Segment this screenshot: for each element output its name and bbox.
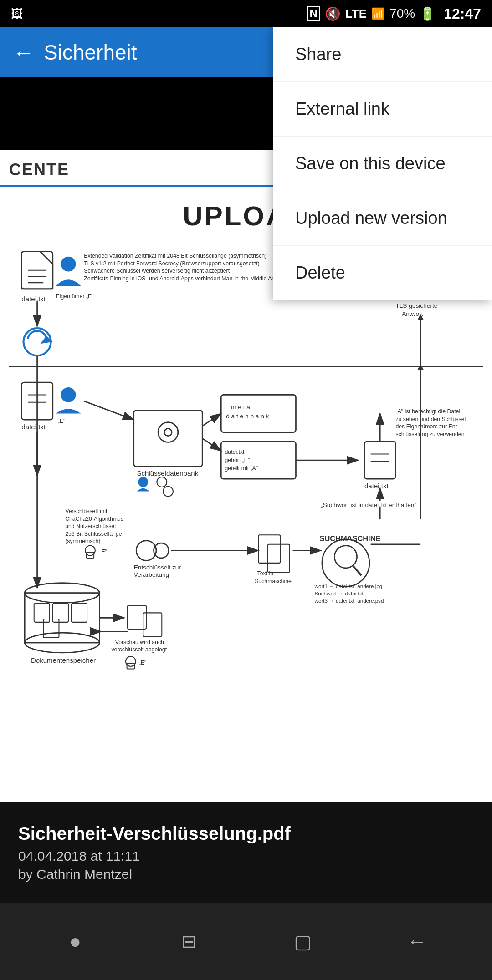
upload-version-label: Upload new version: [295, 208, 447, 228]
svg-text:ChaCha20-Algorithmus: ChaCha20-Algorithmus: [65, 516, 123, 522]
svg-text:datei.txt: datei.txt: [21, 295, 46, 303]
svg-text:TLS v1.2 mit Perfect Forward S: TLS v1.2 mit Perfect Forward Secrecy (Br…: [84, 260, 259, 267]
doc-filename: Sicherheit-Verschlüsselung.pdf: [18, 823, 474, 844]
doc-author: by Cathrin Mentzel: [18, 867, 474, 882]
svg-text:Suchmaschine: Suchmaschine: [255, 578, 292, 584]
bottom-navigation: ● ⊟ ▢ ←: [0, 903, 492, 980]
svg-point-77: [334, 546, 357, 568]
svg-text:Vorschau wird auch: Vorschau wird auch: [115, 639, 164, 645]
doc-info-bar: Sicherheit-Verschlüsselung.pdf 04.04.201…: [0, 802, 492, 903]
svg-text:Zertifikats-Pinning in iOS- un: Zertifikats-Pinning in iOS- und Android-…: [84, 275, 287, 282]
svg-text:Entschlüsselt zur: Entschlüsselt zur: [134, 564, 181, 571]
nav-square-button[interactable]: ▢: [285, 923, 321, 960]
signal-icon: 📶: [371, 7, 385, 20]
nav-home-button[interactable]: ●: [57, 923, 93, 960]
svg-text:(symmetrisch): (symmetrisch): [65, 538, 100, 544]
svg-point-33: [164, 428, 172, 436]
svg-text:datei.txt: datei.txt: [225, 449, 245, 455]
svg-text:geteilt mit „A": geteilt mit „A": [225, 465, 258, 472]
svg-text:datei.txt: datei.txt: [21, 423, 46, 431]
svg-text:SUCHMASCHINE: SUCHMASCHINE: [319, 534, 380, 543]
dropdown-item-external-link[interactable]: External link: [273, 82, 492, 137]
svg-text:Extended Validation Zertifikat: Extended Validation Zertifikat mit 2048 …: [84, 253, 266, 259]
svg-text:des Eigentümers zur Ent-: des Eigentümers zur Ent-: [395, 423, 459, 430]
menu-icon: ⊟: [181, 931, 197, 952]
back-button[interactable]: ←: [13, 40, 35, 65]
svg-line-30: [84, 401, 133, 420]
svg-point-5: [61, 257, 76, 272]
diagram-svg: datei.txt Eigentümer „E" Extended Valida…: [9, 245, 483, 694]
svg-point-28: [61, 387, 76, 402]
svg-text:zu sehen und den Schlüssel: zu sehen und den Schlüssel: [395, 416, 466, 422]
svg-point-32: [158, 422, 178, 442]
svg-text:und Nutzerschlüssel: und Nutzerschlüssel: [65, 523, 116, 529]
delete-label: Delete: [295, 263, 345, 283]
svg-text:Suchwort → datei.txt: Suchwort → datei.txt: [315, 590, 364, 596]
lte-label: LTE: [345, 7, 367, 21]
page-title: Sicherheit: [44, 40, 137, 65]
svg-text:256 Bit Schlüssellänge: 256 Bit Schlüssellänge: [65, 531, 122, 537]
svg-rect-45: [364, 442, 395, 479]
nfc-icon: N: [307, 6, 320, 21]
status-bar-right: N 🔇 LTE 📶 70% 🔋 12:47: [307, 5, 481, 22]
svg-text:Verschlüsselt mit: Verschlüsselt mit: [65, 508, 108, 514]
dropdown-menu: Share External link Save on this device …: [273, 27, 492, 300]
image-icon: 🖼: [11, 7, 23, 21]
svg-line-42: [202, 413, 221, 426]
svg-text:d a t e n b a n k: d a t e n b a n k: [226, 413, 269, 420]
svg-line-43: [202, 438, 221, 451]
status-bar: 🖼 N 🔇 LTE 📶 70% 🔋 12:47: [0, 0, 492, 27]
svg-text:gehört „E": gehört „E": [225, 457, 250, 463]
svg-point-105: [157, 477, 167, 487]
nav-back-button[interactable]: ←: [399, 923, 435, 960]
svg-text:Schwächere Schlüssel werden se: Schwächere Schlüssel werden serverseitig…: [84, 268, 230, 274]
save-device-label: Save on this device: [295, 154, 446, 173]
dropdown-item-delete[interactable]: Delete: [273, 246, 492, 300]
status-bar-left: 🖼: [11, 7, 23, 21]
svg-point-106: [163, 487, 173, 497]
back-nav-icon: ←: [407, 930, 427, 953]
square-icon: ▢: [294, 930, 312, 953]
svg-text:wort3 → datei.txt, andere.psd: wort3 → datei.txt, andere.psd: [314, 598, 384, 604]
svg-rect-71: [258, 535, 280, 563]
dropdown-item-upload-version[interactable]: Upload new version: [273, 191, 492, 246]
svg-text:m e t a: m e t a: [231, 404, 250, 411]
mute-icon: 🔇: [325, 6, 341, 21]
battery-label: 70%: [390, 6, 415, 21]
time-display: 12:47: [444, 5, 481, 22]
svg-text:datei.txt: datei.txt: [364, 482, 389, 490]
svg-text:„Suchwort ist in datei.txt ent: „Suchwort ist in datei.txt enthalten": [321, 502, 416, 508]
svg-rect-91: [72, 604, 87, 622]
doc-diagram: datei.txt Eigentümer „E" Extended Valida…: [0, 236, 492, 705]
battery-icon: 🔋: [420, 6, 436, 21]
svg-text:TLS gesicherte: TLS gesicherte: [395, 302, 437, 309]
share-label: Share: [295, 45, 341, 64]
svg-text:„E": „E": [139, 660, 147, 666]
svg-text:„E": „E": [99, 548, 107, 555]
svg-rect-72: [268, 544, 290, 573]
svg-text:Verarbeitung: Verarbeitung: [134, 571, 169, 578]
doc-center-text: CENTE: [9, 160, 69, 179]
external-link-label: External link: [295, 99, 390, 119]
svg-point-104: [138, 477, 148, 487]
svg-text:Dokumentenspeicher: Dokumentenspeicher: [31, 656, 96, 664]
circle-icon: ●: [69, 930, 82, 953]
svg-text:Schlüsseldatenbank: Schlüsseldatenbank: [137, 469, 199, 477]
svg-text:„A" ist berechtigt die Datei: „A" ist berechtigt die Datei: [395, 408, 460, 415]
svg-text:schlüsselung zu verwenden: schlüsselung zu verwenden: [395, 431, 464, 437]
svg-text:wort1 → datei.txt, andere.jpg: wort1 → datei.txt, andere.jpg: [314, 583, 383, 589]
svg-text:Text in: Text in: [257, 570, 274, 577]
svg-text:„E": „E": [58, 418, 66, 424]
nav-menu-button[interactable]: ⊟: [171, 923, 207, 960]
dropdown-item-share[interactable]: Share: [273, 27, 492, 82]
svg-line-78: [353, 566, 361, 576]
doc-date: 04.04.2018 at 11:11: [18, 848, 474, 864]
svg-text:verschlüsselt abgelegt: verschlüsselt abgelegt: [111, 646, 167, 653]
svg-point-76: [322, 539, 369, 587]
svg-rect-31: [134, 411, 203, 467]
dropdown-item-save-device[interactable]: Save on this device: [273, 137, 492, 191]
svg-text:Eigentümer „E": Eigentümer „E": [56, 293, 94, 300]
